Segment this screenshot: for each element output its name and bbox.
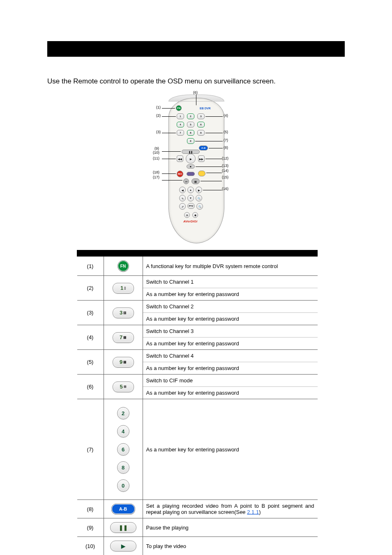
row-key: FN [104,257,143,276]
search-icon: 🔍 [196,203,203,210]
brand-label: AVerDiGi [183,220,197,223]
callout-17: (17) [153,175,159,179]
callout-6: (6) [193,90,198,95]
dpad-left-icon: ◀ [179,187,186,193]
callout-7: (7) [224,138,228,142]
row-num: (5) [77,350,104,375]
row-key: 2 4 6 8 0 [104,399,143,500]
num4-key-icon: 4 [117,425,129,437]
play-key-icon: ▶ [110,541,136,551]
num0-key-icon: 0 [117,479,129,492]
callout-16: (16) [222,187,228,191]
table-row: (1) FN A functional key for multiple DVR… [77,257,318,276]
intro-text: Use the Remote control to operate the OS… [47,77,345,86]
eb-dvr-label: EB DVR [200,107,210,110]
callout-9: (9) [154,146,159,150]
section-header-bar [47,41,345,57]
remote-key-9: 9 [197,130,205,136]
pause-key-icon: ❚❚ [110,522,136,533]
num1-key-icon: 1▯ [113,283,134,294]
remote-key-6: 6 [197,122,205,127]
fn-button-icon: FN [176,105,182,111]
remote-key-1: 1 [177,113,184,119]
num9-key-icon: 9▦ [113,357,134,368]
callout-13: (13) [222,164,228,168]
stop-icon: ■ [187,164,195,169]
row-desc: Switch to Channel 1 [143,276,318,288]
remote-key-8: 8 [187,130,194,136]
table-row: (6) 5⊞ Switch to CIF mode [77,375,318,387]
ab-key-icon: A-B [111,504,135,514]
ab-button-icon: A-B [199,146,208,150]
callout-2: (2) [156,113,161,118]
row-desc: Set a playing recorded video from A poin… [143,500,318,518]
table-row: (2) 1▯ Switch to Channel 1 [77,276,318,288]
row-num: (3) [77,301,104,325]
row-key: 7▦ [104,325,143,350]
row-num: (10) [77,537,104,555]
dpad-right-icon: ▶ [196,187,202,193]
remote-diagram: (6) FN EB DVR 1 2 3 4 5 6 7 8 9 0 A-B ❚❚… [47,90,345,247]
callout-5: (5) [224,130,228,134]
remote-key-5: 5 [187,122,194,127]
usb-btn-icon [187,172,195,176]
row-key: 1▯ [104,276,143,301]
row-desc: Switch to Channel 3 [143,325,318,338]
callout-11: (11) [153,156,159,160]
row-desc: To play the video [143,537,318,555]
table-row: (9) ❚❚ Pause the playing [77,518,318,537]
small-btn-b-icon: ▥ [191,178,200,184]
remote-key-2: 2 [187,113,194,119]
row-key: A-B [104,500,143,518]
row-num: (7) [77,399,104,500]
focus-icon: ⤢ [179,203,186,210]
row-key: ❚❚ [104,518,143,537]
row-desc: Pause the playing [143,518,318,537]
table-row: (4) 7▦ Switch to Channel 3 [77,325,318,338]
row-desc: As a number key for entering password [143,313,318,325]
play-icon: ▶ [186,154,196,164]
remote-key-7: 7 [177,130,184,136]
row-key: 3▥ [104,301,143,325]
row-num: (6) [77,375,104,399]
row-desc: As a number key for entering password [143,362,318,375]
remote-key-3: 3 [197,113,205,119]
callout-8: (8) [224,146,228,150]
row-desc: Switch to Channel 2 [143,301,318,313]
row-desc: Switch to Channel 4 [143,350,318,362]
row-desc: Switch to CIF mode [143,375,318,387]
ffwd-icon: ▶▶ [198,155,205,162]
num6-key-icon: 6 [117,443,129,456]
row-num: (2) [77,276,104,301]
pause-button-icon: ❚❚ [182,150,200,154]
remote-function-table: (1) FN A functional key for multiple DVR… [77,250,318,555]
fn-key-icon: FN [118,260,129,272]
table-row: (7) 2 4 6 8 0 As a number key for enteri… [77,399,318,500]
callout-4: (4) [224,113,228,118]
table-row: (3) 3▥ Switch to Channel 2 [77,301,318,313]
num7-key-icon: 7▦ [113,332,134,343]
row-key: ▶ [104,537,143,555]
num2-key-icon: 2 [117,407,129,419]
num5-key-icon: 5⊞ [113,382,134,392]
table-row: (10) ▶ To play the video [77,537,318,555]
dpad-down-icon: ▼ [187,195,194,201]
callout-18: (18) [153,170,159,174]
num8-key-icon: 8 [117,461,129,474]
row-desc: As a number key for entering password [143,288,318,301]
rewind-icon: ◀◀ [177,155,183,162]
row-num: (1) [77,257,104,276]
callout-10: (10) [153,150,159,155]
row-desc: A functional key for multiple DVR system… [143,257,318,276]
row-num: (4) [77,325,104,350]
yellow-btn-icon [198,171,205,176]
dpad-up-icon: ▲ [187,187,194,193]
row-key: 5⊞ [104,375,143,399]
remote-key-4: 4 [177,122,184,127]
small-btn-a-icon: ↩ [183,178,189,184]
zoom-in-icon: 🔍 [196,195,202,201]
callout-3: (3) [156,130,161,134]
callout-12: (12) [222,156,228,160]
remote-key-0: 0 [187,138,194,144]
zoom-out-icon: ⤡ [179,195,186,201]
